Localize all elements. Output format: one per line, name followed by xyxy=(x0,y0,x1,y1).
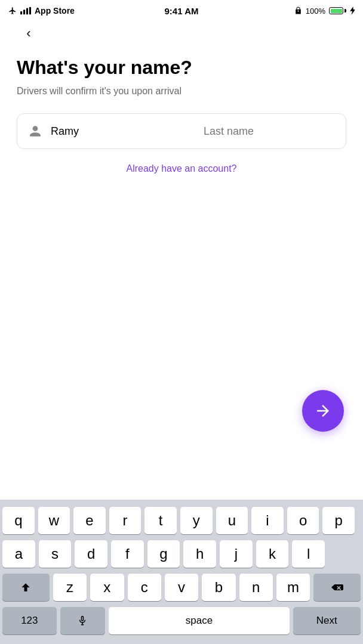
key-o[interactable]: o xyxy=(287,507,319,534)
next-key[interactable]: Next xyxy=(293,607,361,634)
svg-rect-2 xyxy=(26,8,28,15)
keyboard-row-4: 123 space Next xyxy=(2,607,361,634)
charging-icon xyxy=(350,7,355,15)
key-m[interactable]: m xyxy=(276,574,310,601)
status-time: 9:41 AM xyxy=(165,6,199,16)
key-t[interactable]: t xyxy=(144,507,177,534)
airplane-icon xyxy=(8,7,17,15)
lock-icon xyxy=(294,7,302,15)
svg-rect-0 xyxy=(20,11,22,14)
shift-icon xyxy=(20,581,32,593)
arrow-right-icon xyxy=(314,402,332,420)
key-u[interactable]: u xyxy=(216,507,248,534)
key-f[interactable]: f xyxy=(111,540,144,568)
key-l[interactable]: l xyxy=(292,540,325,568)
shift-key[interactable] xyxy=(2,574,50,601)
battery-icon xyxy=(329,7,346,14)
account-link[interactable]: Already have an account? xyxy=(126,163,236,174)
person-icon xyxy=(27,123,44,140)
key-r[interactable]: r xyxy=(109,507,141,534)
space-key[interactable]: space xyxy=(109,607,289,634)
key-h[interactable]: h xyxy=(183,540,216,568)
keyboard-row-2: a s d f g h j k l xyxy=(2,540,325,568)
status-left: App Store xyxy=(8,6,75,16)
key-y[interactable]: y xyxy=(180,507,213,534)
key-d[interactable]: d xyxy=(75,540,107,568)
svg-rect-3 xyxy=(29,7,31,15)
carrier-label: App Store xyxy=(35,6,75,16)
fab-next-button[interactable] xyxy=(302,390,344,432)
page-subtitle: Drivers will confirm it's you upon arriv… xyxy=(17,86,346,97)
key-e[interactable]: e xyxy=(73,507,106,534)
delete-key[interactable] xyxy=(313,574,361,601)
first-name-input[interactable] xyxy=(51,125,189,138)
key-z[interactable]: z xyxy=(53,574,87,601)
key-x[interactable]: x xyxy=(90,574,124,601)
key-p[interactable]: p xyxy=(322,507,355,534)
key-c[interactable]: c xyxy=(128,574,161,601)
key-w[interactable]: w xyxy=(38,507,70,534)
back-arrow-icon: ‹ xyxy=(26,27,30,40)
account-link-container: Already have an account? xyxy=(17,163,346,174)
status-right: 100% xyxy=(294,7,355,16)
key-n[interactable]: n xyxy=(239,574,273,601)
key-v[interactable]: v xyxy=(165,574,198,601)
key-g[interactable]: g xyxy=(147,540,180,568)
keyboard-row-1: q w e r t y u i o p xyxy=(2,507,355,534)
key-q[interactable]: q xyxy=(2,507,35,534)
svg-rect-1 xyxy=(23,10,25,14)
numbers-key[interactable]: 123 xyxy=(2,607,57,634)
battery-percentage: 100% xyxy=(306,7,325,16)
microphone-icon xyxy=(77,614,88,627)
keyboard: q w e r t y u i o p a s d f g h j k l z … xyxy=(0,500,363,644)
key-j[interactable]: j xyxy=(220,540,253,568)
page-title: What's your name? xyxy=(17,56,346,79)
key-k[interactable]: k xyxy=(256,540,289,568)
status-bar: App Store 9:41 AM 100% xyxy=(0,0,363,21)
key-i[interactable]: i xyxy=(251,507,284,534)
key-s[interactable]: s xyxy=(39,540,72,568)
signal-icon xyxy=(20,7,31,15)
name-input-container xyxy=(17,113,346,149)
keyboard-row-3: z x c v b n m xyxy=(2,574,361,601)
back-button[interactable]: ‹ xyxy=(17,21,41,45)
key-a[interactable]: a xyxy=(2,540,35,568)
key-b[interactable]: b xyxy=(202,574,235,601)
mic-key[interactable] xyxy=(60,607,106,634)
last-name-input[interactable] xyxy=(204,125,342,138)
delete-icon xyxy=(331,583,343,592)
main-content: ‹ What's your name? Drivers will confirm… xyxy=(0,21,363,174)
